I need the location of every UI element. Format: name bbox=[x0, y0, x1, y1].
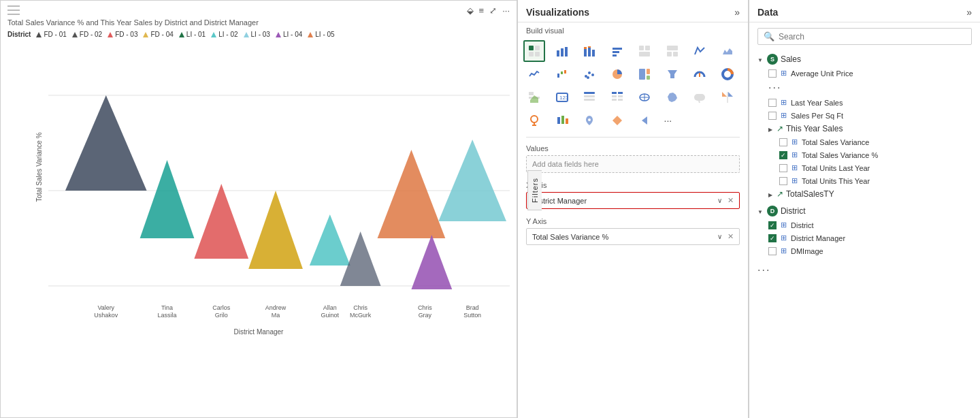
this-year-sales-header[interactable]: ↗ This Year Sales bbox=[749, 122, 980, 135]
total-units-this-year-checkbox[interactable] bbox=[779, 177, 787, 185]
focus-icon[interactable]: ⤢ bbox=[489, 5, 497, 16]
data-item-total-sales-variance-pct[interactable]: ⊞ Total Sales Variance % bbox=[749, 148, 980, 161]
avg-unit-price-checkbox[interactable] bbox=[768, 69, 777, 78]
legend-li05: LI - 05 bbox=[308, 31, 334, 38]
filter-icon[interactable]: ≡ bbox=[479, 5, 485, 16]
total-sales-variance-label: Total Sales Variance bbox=[802, 138, 869, 146]
data-item-sales-per-sqft[interactable]: ⊞ Sales Per Sq Ft bbox=[749, 109, 980, 122]
data-item-total-sales-variance[interactable]: ⊞ Total Sales Variance bbox=[749, 135, 980, 148]
svg-marker-96 bbox=[728, 92, 733, 97]
svg-text:Tina: Tina bbox=[161, 304, 173, 311]
svg-rect-49 bbox=[588, 48, 591, 57]
y-axis-field[interactable]: Total Sales Variance % ∨ ✕ bbox=[526, 228, 740, 245]
last-year-sales-checkbox[interactable] bbox=[768, 99, 777, 107]
data-expand-icon[interactable]: » bbox=[966, 7, 972, 18]
viz-icon-kpi[interactable] bbox=[523, 86, 545, 108]
viz-icon-scatter2[interactable] bbox=[578, 63, 600, 85]
svg-rect-81 bbox=[584, 92, 595, 94]
viz-icon-stacked-bar[interactable] bbox=[578, 40, 600, 62]
svg-marker-0 bbox=[36, 32, 42, 37]
svg-rect-93 bbox=[694, 94, 705, 101]
more-icon[interactable]: ··· bbox=[502, 5, 510, 16]
data-item-district-manager[interactable]: ⊞ District Manager bbox=[749, 231, 980, 244]
viz-icon-matrix[interactable] bbox=[606, 86, 628, 108]
svg-marker-3 bbox=[143, 32, 148, 37]
data-item-dmimage[interactable]: ⊞ DMImage bbox=[749, 244, 980, 257]
viz-icon-donut[interactable] bbox=[717, 63, 738, 85]
data-item-total-units-this-year[interactable]: ⊞ Total Units This Year bbox=[749, 174, 980, 187]
data-item-dots: ··· bbox=[749, 80, 980, 96]
dmimage-checkbox[interactable] bbox=[768, 247, 777, 255]
district-group-header[interactable]: D District bbox=[749, 204, 980, 219]
viz-icon-funnel[interactable] bbox=[662, 63, 683, 85]
avg-unit-price-icon: ⊞ bbox=[781, 69, 787, 78]
filters-tab[interactable]: Filters bbox=[527, 170, 542, 210]
viz-icon-col-chart[interactable] bbox=[606, 40, 628, 62]
total-sales-variance-pct-checkbox[interactable] bbox=[779, 151, 787, 159]
pin-icon[interactable]: ⬙ bbox=[467, 5, 474, 16]
y-axis-chevron[interactable]: ∨ bbox=[717, 233, 722, 240]
total-units-last-year-checkbox[interactable] bbox=[779, 164, 787, 172]
svg-text:Grilo: Grilo bbox=[215, 312, 228, 319]
viz-icon-map[interactable] bbox=[634, 86, 655, 108]
viz-icon-bar2[interactable] bbox=[551, 110, 573, 131]
svg-text:Allan: Allan bbox=[323, 304, 337, 311]
svg-text:Valery: Valery bbox=[97, 304, 114, 311]
dmimage-icon: ⊞ bbox=[781, 246, 787, 255]
sales-expand-icon[interactable] bbox=[757, 56, 763, 63]
x-axis-close[interactable]: ✕ bbox=[728, 196, 734, 205]
svg-marker-1 bbox=[72, 32, 78, 37]
svg-marker-17 bbox=[194, 184, 248, 259]
district-expand-icon[interactable] bbox=[757, 208, 763, 215]
chart-svg: 0% -5% -10% Valery Ushakov bbox=[48, 41, 510, 327]
viz-icon-table[interactable] bbox=[578, 86, 600, 108]
svg-marker-21 bbox=[378, 150, 446, 238]
values-field[interactable]: Add data fields here bbox=[526, 155, 740, 173]
viz-icon-scatter[interactable] bbox=[523, 40, 545, 62]
district-checkbox[interactable] bbox=[768, 221, 777, 229]
data-search-box[interactable]: 🔍 bbox=[757, 28, 972, 45]
viz-icon-map2[interactable] bbox=[578, 110, 600, 131]
this-year-sales-expand[interactable] bbox=[768, 125, 772, 133]
svg-rect-40 bbox=[529, 46, 534, 50]
viz-icon-bubble[interactable] bbox=[689, 86, 710, 108]
viz-icon-ribbon[interactable] bbox=[689, 40, 710, 62]
total-sales-variance-checkbox[interactable] bbox=[779, 138, 787, 146]
y-axis-close[interactable]: ✕ bbox=[728, 232, 734, 241]
search-input[interactable] bbox=[779, 32, 966, 42]
total-sales-ty-expand[interactable] bbox=[768, 191, 772, 198]
viz-icon-gauge[interactable] bbox=[689, 63, 710, 85]
viz-icon-pie[interactable] bbox=[606, 63, 628, 85]
x-axis-field[interactable]: District Manager ∨ ✕ bbox=[526, 192, 740, 209]
data-item-last-year-sales[interactable]: ⊞ Last Year Sales bbox=[749, 96, 980, 109]
data-item-total-units-last-year[interactable]: ⊞ Total Units Last Year bbox=[749, 161, 980, 174]
viz-icon-bar[interactable] bbox=[551, 40, 573, 62]
viz-icon-award[interactable] bbox=[523, 110, 545, 131]
sales-group-label: Sales bbox=[781, 54, 801, 64]
viz-icon-area2[interactable] bbox=[717, 40, 738, 62]
viz-icon-treemap[interactable] bbox=[634, 63, 655, 85]
viz-icon-waterfall[interactable] bbox=[551, 63, 573, 85]
viz-icons-grid: 123 bbox=[518, 37, 748, 134]
viz-more-icon[interactable]: ··· bbox=[662, 110, 688, 131]
district-manager-checkbox[interactable] bbox=[768, 234, 777, 242]
expand-icon[interactable]: » bbox=[734, 7, 740, 18]
x-axis-chevron[interactable]: ∨ bbox=[717, 197, 722, 204]
sales-group-header[interactable]: S Sales bbox=[749, 52, 980, 67]
data-item-avg-unit-price[interactable]: ⊞ Average Unit Price bbox=[749, 67, 980, 80]
viz-icon-diamond[interactable] bbox=[606, 110, 628, 131]
viz-icon-arrow[interactable] bbox=[634, 110, 655, 131]
viz-icon-line2[interactable] bbox=[523, 63, 545, 85]
data-item-district[interactable]: ⊞ District bbox=[749, 219, 980, 231]
sales-per-sqft-checkbox[interactable] bbox=[768, 112, 777, 120]
svg-rect-46 bbox=[565, 47, 568, 57]
sales-per-sqft-label: Sales Per Sq Ft bbox=[791, 112, 843, 120]
build-visual-label: Build visual bbox=[518, 22, 748, 37]
total-sales-ty-header[interactable]: ↗ TotalSalesTY bbox=[749, 187, 980, 201]
viz-icon-area[interactable] bbox=[634, 40, 655, 62]
viz-icon-line[interactable] bbox=[662, 40, 683, 62]
viz-icon-card[interactable]: 123 bbox=[551, 86, 573, 108]
svg-rect-58 bbox=[667, 46, 678, 50]
viz-icon-decomp[interactable] bbox=[717, 86, 738, 108]
viz-icon-filled-map[interactable] bbox=[662, 86, 683, 108]
